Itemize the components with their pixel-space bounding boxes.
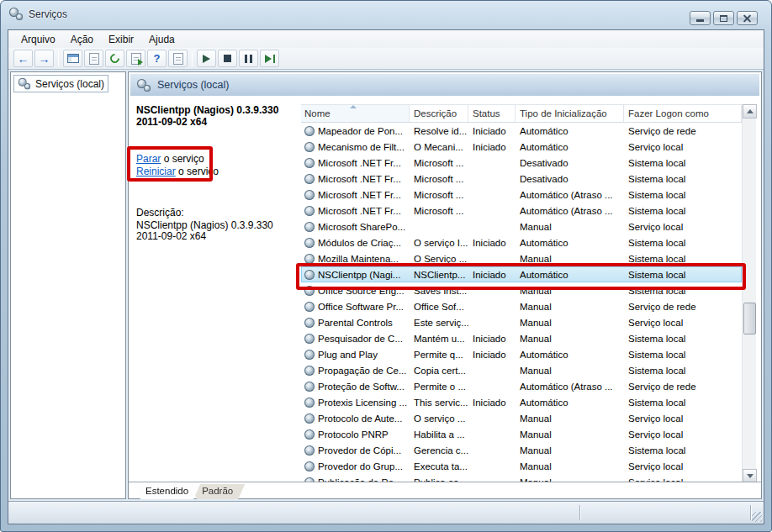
table-row[interactable]: Provedor do Grup... Executa ta... Manual… <box>301 458 742 474</box>
service-startup-type-cell: Manual <box>516 334 624 344</box>
back-button[interactable]: ← <box>13 50 33 67</box>
client-area: Arquivo Ação Exibir Ajuda ← → ? <box>8 29 764 524</box>
restart-service-link[interactable]: Reiniciar <box>136 166 176 177</box>
service-name: Mapeador de Pon... <box>318 126 403 136</box>
service-gear-icon <box>304 190 315 200</box>
table-row[interactable]: Plug and Play Permite q... Iniciado Auto… <box>301 346 742 362</box>
table-row[interactable]: Provedor de Cópi... Gerencia c... Manual… <box>301 442 742 458</box>
stop-service-link[interactable]: Parar <box>136 153 161 165</box>
cell-nome: Proteção de Softw... <box>301 382 410 392</box>
service-logon-cell: Sistema local <box>624 445 742 456</box>
service-name: Microsoft SharePo... <box>318 222 405 232</box>
extended-info-pane: NSClientpp (Nagios) 0.3.9.330 2011-09-02… <box>130 97 302 480</box>
properties-button[interactable] <box>84 50 103 67</box>
show-console-tree-button[interactable] <box>63 50 82 67</box>
table-row[interactable]: Pesquisador de C... Mantém u... Iniciado… <box>301 330 742 346</box>
table-row[interactable]: NSClientpp (Nagi... NSClientp... Iniciad… <box>301 266 742 282</box>
restart-service-button[interactable] <box>260 50 279 67</box>
export-list-button[interactable] <box>126 50 145 67</box>
service-name: Microsoft .NET Fr... <box>318 190 401 200</box>
scroll-up-icon <box>747 109 753 113</box>
column-header-label: Descrição <box>414 108 457 119</box>
tree-item-services-local[interactable]: Serviços (local) <box>13 75 108 92</box>
column-header-descricao[interactable]: Descrição <box>410 105 468 122</box>
service-startup-type-cell: Automático <box>516 350 624 360</box>
column-header-status[interactable]: Status <box>468 105 516 122</box>
title-bar[interactable]: Serviços <box>1 1 771 29</box>
service-name: Mecanismo de Filt... <box>318 142 405 152</box>
service-startup-type-cell: Manual <box>516 461 624 471</box>
service-startup-type-cell: Manual <box>516 286 624 296</box>
extended-view-button[interactable] <box>168 50 188 67</box>
menu-ajuda[interactable]: Ajuda <box>141 32 182 47</box>
service-name: Microsoft .NET Fr... <box>318 158 401 168</box>
service-description-cell: Este serviç... <box>410 318 468 328</box>
vertical-scrollbar[interactable] <box>742 104 756 483</box>
column-header-tipo-inicializacao[interactable]: Tipo de Inicialização <box>516 105 624 122</box>
service-description: Descrição: NSClientpp (Nagios) 0.3.9.330… <box>136 208 296 242</box>
tab-estendido[interactable]: Estendido <box>134 484 200 499</box>
service-status-cell: Iniciado <box>468 270 516 280</box>
table-row[interactable]: Mozilla Maintena... O Serviço ... Manual… <box>301 250 742 266</box>
close-button[interactable] <box>737 11 758 25</box>
cell-nome: Pesquisador de C... <box>301 334 410 344</box>
service-gear-icon <box>304 174 315 184</box>
service-status-cell: Iniciado <box>468 334 516 344</box>
cell-nome: NSClientpp (Nagi... <box>301 270 410 280</box>
refresh-button[interactable] <box>105 50 124 67</box>
scroll-up-button[interactable] <box>743 104 757 119</box>
service-logon-cell: Sistema local <box>624 174 742 184</box>
table-row[interactable]: Módulos de Criaç... O serviço I... Inici… <box>301 234 742 250</box>
refresh-icon <box>108 52 122 66</box>
table-row[interactable]: Microsoft .NET Fr... Microsoft ... Desat… <box>301 155 742 171</box>
table-row[interactable]: Microsoft .NET Fr... Microsoft ... Desat… <box>301 171 742 187</box>
service-description-cell: Habilita a ... <box>410 429 468 440</box>
table-row[interactable]: Microsoft .NET Fr... Microsoft ... Autom… <box>301 203 742 219</box>
table-row[interactable]: Protocolo PNRP Habilita a ... Manual Ser… <box>301 426 742 442</box>
services-window: Serviços Arquivo Ação Exibir Ajuda ← → ? <box>0 0 772 532</box>
service-logon-cell: Sistema local <box>624 286 742 296</box>
start-service-button[interactable] <box>197 50 216 67</box>
table-row[interactable]: Microsoft .NET Fr... Microsoft ... Autom… <box>301 187 742 203</box>
console-tree-icon <box>67 54 79 63</box>
table-row[interactable]: Protocolo de Aute... O serviço ... Manua… <box>301 410 742 426</box>
service-startup-type-cell: Automático <box>516 398 624 408</box>
forward-button[interactable]: → <box>34 50 54 67</box>
maximize-button[interactable] <box>713 11 734 25</box>
table-row[interactable]: Propagação de Ce... Copia cert... Manual… <box>301 362 742 378</box>
menu-acao[interactable]: Ação <box>63 32 101 47</box>
table-row[interactable]: Office Source Eng... Saves Inst... Manua… <box>301 282 742 298</box>
service-name: Protexis Licensing ... <box>318 398 407 408</box>
pause-service-button[interactable] <box>239 50 258 67</box>
service-description-cell: Executa ta... <box>410 461 468 471</box>
service-name: NSClientpp (Nagi... <box>318 270 400 280</box>
service-description-cell: O serviço ... <box>410 413 468 424</box>
service-logon-cell: Serviço local <box>624 222 742 232</box>
table-row[interactable]: Proteção de Softw... Permite o ... Autom… <box>301 378 742 394</box>
table-row[interactable]: Protexis Licensing ... This servic... In… <box>301 394 742 410</box>
service-status-cell: Iniciado <box>468 398 516 408</box>
column-header-nome[interactable]: Nome <box>301 105 410 122</box>
stop-service-button[interactable] <box>218 50 237 67</box>
resize-grip[interactable] <box>752 512 762 522</box>
menu-exibir[interactable]: Exibir <box>101 32 141 47</box>
service-name: Plug and Play <box>318 350 378 360</box>
cell-nome: Microsoft .NET Fr... <box>301 158 410 168</box>
service-description-cell: O Mecani... <box>410 142 468 152</box>
table-row[interactable]: Mapeador de Pon... Resolve id... Iniciad… <box>301 123 742 139</box>
service-logon-cell: Serviço local <box>624 413 742 424</box>
scrollbar-thumb[interactable] <box>743 303 756 334</box>
table-row[interactable]: Office Software Pr... Office Sof... Manu… <box>301 298 742 314</box>
help-button[interactable]: ? <box>147 50 167 67</box>
minimize-button[interactable] <box>690 11 711 25</box>
table-row[interactable]: Microsoft SharePo... Manual Serviço loca… <box>301 219 742 234</box>
table-row[interactable]: Mecanismo de Filt... O Mecani... Iniciad… <box>301 139 742 155</box>
restart-service-line: Reiniciar o serviço <box>136 166 219 178</box>
table-row[interactable]: Parental Controls Este serviç... Manual … <box>301 314 742 330</box>
menu-arquivo[interactable]: Arquivo <box>13 32 63 47</box>
toolbar: ← → ? <box>8 48 764 70</box>
service-gear-icon <box>304 350 315 360</box>
cell-nome: Mozilla Maintena... <box>301 254 410 264</box>
column-header-fazer-logon-como[interactable]: Fazer Logon como <box>624 105 742 122</box>
service-description-cell: Microsoft ... <box>410 206 468 216</box>
